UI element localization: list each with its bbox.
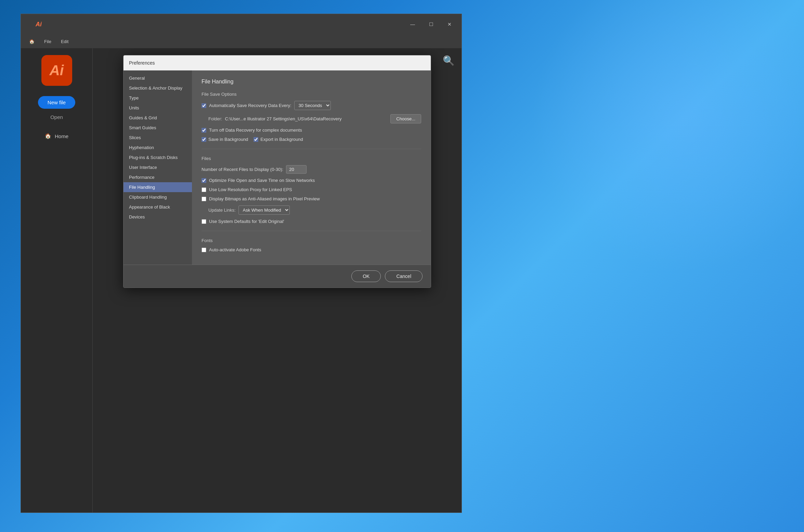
- pref-footer: OK Cancel: [124, 265, 431, 288]
- save-in-background-label: Save in Background: [208, 137, 248, 142]
- nav-slices[interactable]: Slices: [124, 133, 192, 143]
- ai-logo: Ai: [41, 55, 72, 86]
- low-res-checkbox[interactable]: [202, 187, 206, 192]
- recent-files-label: Number of Recent Files to Display (0-30)…: [202, 167, 283, 172]
- update-links-label: Update Links:: [208, 208, 236, 213]
- preferences-overlay: Preferences General Selection & Anchor D…: [93, 48, 462, 513]
- ai-body: Ai New file Open 🏠 Home 🔍 Preferences: [21, 48, 462, 513]
- ai-menubar: 🏠 File Edit: [21, 35, 462, 48]
- save-in-background-checkbox[interactable]: [202, 137, 206, 142]
- ai-main: 🔍 Preferences General Selection & Anchor…: [93, 48, 462, 513]
- nav-hyphenation[interactable]: Hyphenation: [124, 143, 192, 152]
- optimize-label: Optimize File Open and Save Time on Slow…: [209, 178, 315, 183]
- display-bitmaps-row: Display Bitmaps as Anti-Aliased images i…: [202, 196, 421, 201]
- sidebar-home[interactable]: 🏠 Home: [21, 130, 92, 142]
- section-title: File Handling: [202, 79, 421, 85]
- divider-2: [202, 231, 421, 231]
- fonts-section-title: Fonts: [202, 238, 421, 243]
- folder-row: Folder: C:\User...e Illustrator 27 Setti…: [202, 114, 421, 123]
- recent-files-row: Number of Recent Files to Display (0-30)…: [202, 165, 421, 174]
- open-button[interactable]: Open: [50, 114, 63, 120]
- pref-content: File Handling File Save Options Automati…: [192, 70, 431, 265]
- optimize-checkbox[interactable]: [202, 178, 206, 183]
- divider-1: [202, 149, 421, 149]
- nav-performance[interactable]: Performance: [124, 172, 192, 182]
- maximize-button[interactable]: ☐: [423, 19, 439, 29]
- turn-off-recovery-checkbox[interactable]: [202, 128, 206, 133]
- ai-logo-small: Ai: [36, 21, 42, 28]
- home-icon: 🏠: [45, 133, 51, 139]
- menu-item-home[interactable]: 🏠: [25, 38, 39, 45]
- nav-file-handling[interactable]: File Handling: [124, 182, 192, 192]
- low-res-row: Use Low Resolution Proxy for Linked EPS: [202, 187, 421, 192]
- ai-logo-bar: Ai: [25, 17, 52, 31]
- nav-appearance[interactable]: Appearance of Black: [124, 202, 192, 212]
- auto-save-label: Automatically Save Recovery Data Every:: [209, 103, 291, 108]
- close-button[interactable]: ✕: [442, 19, 457, 29]
- background-options-row: Save in Background Export in Background: [202, 137, 421, 142]
- nav-plugins[interactable]: Plug-ins & Scratch Disks: [124, 152, 192, 162]
- preferences-dialog: Preferences General Selection & Anchor D…: [123, 55, 431, 288]
- pref-titlebar: Preferences: [124, 55, 431, 70]
- auto-activate-label: Auto-activate Adobe Fonts: [209, 247, 261, 252]
- nav-units[interactable]: Units: [124, 103, 192, 113]
- auto-save-row: Automatically Save Recovery Data Every: …: [202, 101, 421, 110]
- nav-selection[interactable]: Selection & Anchor Display: [124, 83, 192, 93]
- menu-item-edit[interactable]: Edit: [57, 38, 73, 45]
- nav-smart-guides[interactable]: Smart Guides: [124, 123, 192, 133]
- export-in-background-label: Export in Background: [260, 137, 303, 142]
- nav-guides[interactable]: Guides & Grid: [124, 113, 192, 123]
- auto-activate-row: Auto-activate Adobe Fonts: [202, 247, 421, 252]
- optimize-row: Optimize File Open and Save Time on Slow…: [202, 178, 421, 183]
- minimize-button[interactable]: —: [405, 19, 420, 29]
- ok-button[interactable]: OK: [351, 270, 381, 282]
- pref-title: Preferences: [129, 60, 155, 66]
- home-label: Home: [55, 133, 68, 139]
- auto-activate-checkbox[interactable]: [202, 248, 206, 252]
- display-bitmaps-checkbox[interactable]: [202, 197, 206, 201]
- titlebar-controls: — ☐ ✕: [405, 19, 457, 29]
- ai-sidebar: Ai New file Open 🏠 Home: [21, 48, 93, 513]
- update-links-row: Update Links: Ask When Modified Automati…: [202, 205, 421, 215]
- auto-save-interval-dropdown[interactable]: 30 Seconds 1 Minute 2 Minutes 5 Minutes …: [294, 101, 331, 110]
- display-bitmaps-label: Display Bitmaps as Anti-Aliased images i…: [209, 196, 320, 201]
- system-defaults-label: Use System Defaults for 'Edit Original': [209, 219, 284, 224]
- system-defaults-row: Use System Defaults for 'Edit Original': [202, 219, 421, 224]
- pref-body: General Selection & Anchor Display Type …: [124, 70, 431, 265]
- choose-folder-button[interactable]: Choose...: [390, 114, 421, 123]
- low-res-label: Use Low Resolution Proxy for Linked EPS: [209, 187, 292, 192]
- nav-user-interface[interactable]: User Interface: [124, 162, 192, 172]
- recent-files-input[interactable]: [286, 165, 307, 174]
- ai-app-window: Ai — ☐ ✕ 🏠 File Edit Ai New file Open 🏠 …: [21, 14, 462, 513]
- menu-item-file[interactable]: File: [40, 38, 55, 45]
- ai-logo-text: Ai: [50, 62, 64, 79]
- nav-type[interactable]: Type: [124, 93, 192, 103]
- files-section-title: Files: [202, 156, 421, 161]
- folder-path: C:\User...e Illustrator 27 Settings\en_U…: [225, 116, 388, 121]
- nav-general[interactable]: General: [124, 73, 192, 83]
- turn-off-recovery-label: Turn off Data Recovery for complex docum…: [209, 128, 302, 133]
- cancel-button[interactable]: Cancel: [385, 270, 423, 282]
- auto-save-checkbox[interactable]: [202, 103, 206, 108]
- system-defaults-checkbox[interactable]: [202, 219, 206, 224]
- update-links-dropdown[interactable]: Ask When Modified Automatically Manually: [238, 205, 290, 215]
- nav-devices[interactable]: Devices: [124, 212, 192, 222]
- ai-titlebar: Ai — ☐ ✕: [21, 14, 462, 35]
- export-in-background-checkbox[interactable]: [254, 137, 258, 142]
- file-save-options-title: File Save Options: [202, 92, 421, 97]
- pref-nav: General Selection & Anchor Display Type …: [124, 70, 192, 265]
- new-file-button[interactable]: New file: [38, 96, 75, 109]
- turn-off-recovery-row: Turn off Data Recovery for complex docum…: [202, 128, 421, 133]
- nav-clipboard[interactable]: Clipboard Handling: [124, 192, 192, 202]
- folder-label: Folder:: [208, 116, 222, 121]
